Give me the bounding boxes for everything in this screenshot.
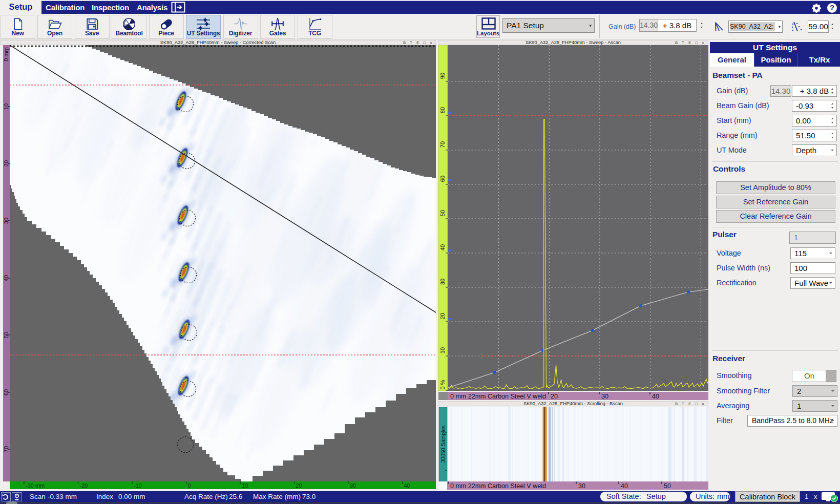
- svg-text:10: 10: [242, 482, 248, 489]
- svg-text:10: 10: [3, 103, 9, 110]
- svg-text:0: 0: [188, 482, 191, 489]
- svg-text:-20: -20: [80, 482, 88, 489]
- svg-text:90: 90: [439, 73, 446, 79]
- svg-text:50: 50: [439, 210, 446, 216]
- svg-text:40: 40: [439, 244, 446, 250]
- svg-text:30050 Samples: 30050 Samples: [440, 426, 446, 463]
- svg-text:-10: -10: [134, 482, 142, 489]
- svg-text:50: 50: [3, 332, 9, 338]
- svg-text:0 mm: 0 mm: [3, 47, 9, 61]
- svg-text:30: 30: [439, 279, 446, 285]
- svg-text:30: 30: [578, 482, 585, 490]
- svg-text:40: 40: [3, 275, 9, 281]
- svg-text:60: 60: [439, 176, 446, 182]
- svg-text:30: 30: [601, 393, 608, 400]
- svg-text:60: 60: [3, 389, 9, 395]
- svg-text:30: 30: [350, 482, 356, 489]
- svg-text:-30 mm: -30 mm: [26, 482, 45, 489]
- svg-text:70: 70: [439, 141, 446, 148]
- svg-text:20: 20: [551, 393, 558, 400]
- svg-text:40: 40: [621, 482, 628, 490]
- svg-text:80: 80: [439, 107, 446, 113]
- svg-text:20: 20: [3, 160, 9, 166]
- svg-text:0 mm 22mm Carbon Steel V weld: 0 mm 22mm Carbon Steel V weld: [450, 393, 546, 400]
- svg-text:20: 20: [296, 482, 302, 489]
- svg-text:0 %: 0 %: [439, 380, 446, 389]
- svg-text:20: 20: [439, 313, 446, 319]
- svg-text:50: 50: [664, 482, 671, 490]
- svg-text:0 mm 22mm Carbon Steel V weld: 0 mm 22mm Carbon Steel V weld: [450, 482, 546, 490]
- svg-text:30: 30: [3, 218, 9, 224]
- svg-text:70: 70: [3, 446, 9, 452]
- svg-text:40: 40: [404, 482, 410, 489]
- svg-text:40: 40: [652, 393, 659, 400]
- svg-text:10: 10: [439, 347, 446, 353]
